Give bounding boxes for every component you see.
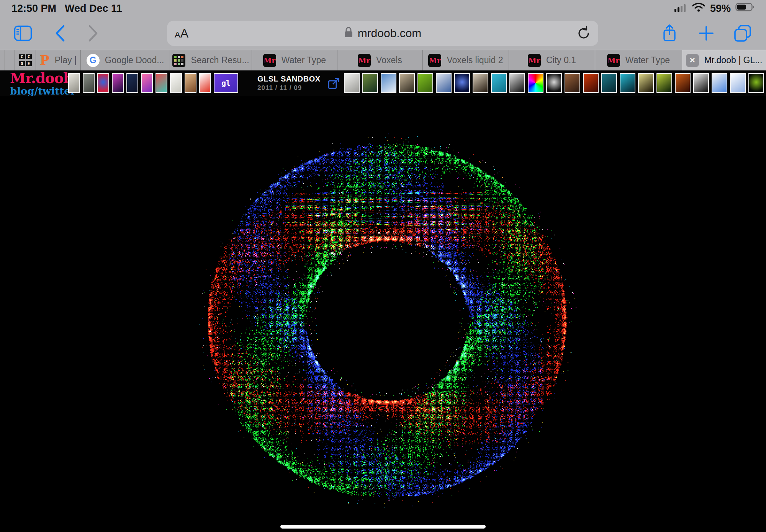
ipad-screen: 12:50 PM Wed Dec 11 59% bbox=[0, 0, 766, 532]
wifi-icon bbox=[692, 2, 705, 15]
tab-search-results[interactable]: Search Resu... bbox=[170, 50, 252, 70]
safari-toolbar: AA mrdoob.com bbox=[0, 17, 766, 50]
date: Wed Dec 11 bbox=[65, 3, 122, 15]
home-indicator[interactable] bbox=[280, 525, 486, 529]
logo-title[interactable]: Mr.doob bbox=[10, 71, 76, 85]
tab-city[interactable]: MrCity 0.1 bbox=[509, 50, 595, 70]
tab-bar: CCDEPPlay |GGoogle Dood...Search Resu...… bbox=[0, 50, 766, 70]
forward-button[interactable] bbox=[86, 17, 101, 50]
tab-label: Play | bbox=[55, 55, 77, 65]
project-date: 2011 / 11 / 09 bbox=[257, 84, 321, 92]
artwork-canvas[interactable] bbox=[0, 96, 766, 532]
text-size-button[interactable]: AA bbox=[175, 26, 188, 41]
tab-label: Mr.doob | GL... bbox=[704, 55, 763, 65]
codeorg-favicon: CCDE bbox=[19, 54, 32, 67]
url-text: mrdoob.com bbox=[358, 27, 422, 40]
tab-voxels[interactable]: MrVoxels bbox=[337, 50, 422, 70]
thumb-color-wheel[interactable] bbox=[528, 73, 543, 93]
site-header: Mr.doob blog/twitter gl GLSL SANDBOX 201… bbox=[0, 70, 766, 96]
thumb-clay-figure[interactable] bbox=[83, 73, 95, 93]
tab-label: Voxels liquid 2 bbox=[447, 55, 503, 65]
pixel-grid-favicon bbox=[172, 54, 185, 67]
battery-percent: 59% bbox=[710, 3, 731, 15]
thumb-coral-yellow[interactable] bbox=[638, 73, 654, 93]
tab-label: Water Type bbox=[625, 55, 670, 65]
back-button[interactable] bbox=[52, 17, 67, 50]
thumb-moss-sphere[interactable] bbox=[362, 73, 378, 93]
project-title-block: GLSL SANDBOX 2011 / 11 / 09 bbox=[257, 74, 321, 92]
thumb-sky-clouds[interactable] bbox=[381, 73, 396, 93]
thumb-ember-twigs[interactable] bbox=[675, 73, 691, 93]
google-favicon: G bbox=[87, 54, 100, 67]
close-tab-icon[interactable]: ✕ bbox=[686, 54, 699, 67]
tab-sliver-2[interactable] bbox=[5, 50, 15, 70]
thumb-face-sketch[interactable] bbox=[68, 73, 80, 93]
mrdoob-favicon: Mr bbox=[607, 54, 620, 67]
tab-voxels-liquid-2[interactable]: MrVoxels liquid 2 bbox=[422, 50, 509, 70]
thumb-google-drawing[interactable] bbox=[170, 73, 182, 93]
thumb-teal-ray[interactable] bbox=[620, 73, 635, 93]
thumb-typ-text[interactable] bbox=[491, 73, 507, 93]
thumb-kk-typography[interactable] bbox=[199, 73, 211, 93]
tab-sliver-1[interactable] bbox=[0, 50, 5, 70]
reload-button[interactable] bbox=[577, 26, 591, 42]
share-button[interactable] bbox=[660, 17, 679, 50]
thumb-audio-wave[interactable] bbox=[693, 73, 709, 93]
battery-icon bbox=[735, 2, 756, 15]
tab-label: Google Dood... bbox=[105, 55, 164, 65]
thumb-copper-balls[interactable] bbox=[565, 73, 580, 93]
thumb-vine-green[interactable] bbox=[656, 73, 672, 93]
cellular-icon bbox=[674, 2, 687, 15]
thumb-moon-glow[interactable] bbox=[546, 73, 562, 93]
external-link-icon[interactable] bbox=[327, 77, 340, 91]
thumb-cave-light[interactable] bbox=[473, 73, 488, 93]
clock: 12:50 PM bbox=[11, 3, 56, 15]
thumb-toy-balls[interactable] bbox=[155, 73, 167, 93]
thumb-teal-weave[interactable] bbox=[601, 73, 617, 93]
tab-label: Water Type bbox=[282, 55, 326, 65]
sidebar-toggle-button[interactable] bbox=[12, 17, 34, 50]
thumb-lava[interactable] bbox=[583, 73, 599, 93]
mrdoob-favicon: Mr bbox=[528, 54, 541, 67]
tab-google-doodles[interactable]: GGoogle Dood... bbox=[80, 50, 170, 70]
status-bar: 12:50 PM Wed Dec 11 59% bbox=[0, 0, 766, 17]
tab-label: City 0.1 bbox=[546, 55, 576, 65]
thumb-blue-chart[interactable] bbox=[436, 73, 452, 93]
tab-label: Search Resu... bbox=[191, 55, 249, 65]
thumb-agate-swirl[interactable] bbox=[399, 73, 415, 93]
thumb-green-cubes[interactable] bbox=[417, 73, 433, 93]
thumb-checkbox-grid[interactable] bbox=[712, 73, 727, 93]
gl-logo-text: gl bbox=[221, 78, 231, 88]
thumb-night-scene[interactable] bbox=[126, 73, 138, 93]
project-thumbnails-left: gl bbox=[68, 73, 254, 93]
tab-codeorg[interactable]: CCDE bbox=[15, 50, 36, 70]
tab-label: Voxels bbox=[376, 55, 402, 65]
lock-icon bbox=[344, 26, 353, 41]
mrdoob-logo[interactable]: Mr.doob blog/twitter bbox=[10, 71, 76, 96]
thumb-star-glow[interactable] bbox=[454, 73, 470, 93]
mrdoob-favicon: Mr bbox=[428, 54, 441, 67]
thumb-glsl-selected[interactable]: gl bbox=[214, 73, 238, 93]
thumb-green-target[interactable] bbox=[748, 73, 764, 93]
tab-active-mrdoob[interactable]: ✕Mr.doob | GL... bbox=[682, 50, 766, 70]
new-tab-button[interactable] bbox=[696, 17, 716, 50]
play-favicon: P bbox=[40, 53, 49, 68]
tab-play[interactable]: PPlay | bbox=[36, 50, 80, 70]
tab-overview-button[interactable] bbox=[732, 17, 754, 50]
tab-water-type-2[interactable]: MrWater Type bbox=[595, 50, 682, 70]
mrdoob-favicon: Mr bbox=[358, 54, 371, 67]
project-thumbnails-right bbox=[344, 73, 766, 93]
thumb-relief-lattice[interactable] bbox=[344, 73, 360, 93]
thumb-donut-photo[interactable] bbox=[185, 73, 196, 93]
logo-links-blog-twitter[interactable]: blog/twitter bbox=[10, 86, 76, 96]
project-title: GLSL SANDBOX bbox=[257, 74, 321, 84]
thumb-wire-pyramid[interactable] bbox=[509, 73, 525, 93]
thumb-purple-network[interactable] bbox=[112, 73, 124, 93]
address-bar[interactable]: AA mrdoob.com bbox=[167, 21, 598, 46]
thumb-google-sketch[interactable] bbox=[730, 73, 746, 93]
thumb-target-circles[interactable] bbox=[97, 73, 109, 93]
tab-water-type-1[interactable]: MrWater Type bbox=[252, 50, 337, 70]
mrdoob-favicon: Mr bbox=[263, 54, 276, 67]
thumb-pink-arrow[interactable] bbox=[141, 73, 153, 93]
